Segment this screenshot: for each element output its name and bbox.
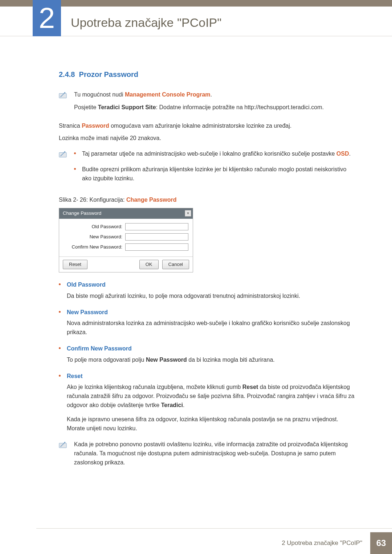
content: 2.4.8 Prozor Password Tu mogućnost nudi … — [0, 36, 392, 467]
svg-point-1 — [64, 92, 66, 94]
chapter-title: Upotreba značajke "PCoIP" — [71, 16, 221, 30]
note-icon — [59, 441, 67, 449]
ok-button[interactable]: OK — [139, 260, 159, 269]
body-1: Stranica Password omogućava vam ažuriran… — [59, 122, 356, 131]
footer-divider — [36, 528, 392, 529]
dialog-titlebar: Change Password × — [59, 208, 193, 218]
figure-caption: Slika 2- 26: Konfiguracija: Change Passw… — [59, 196, 356, 205]
section-number: 2.4.8 — [59, 70, 75, 78]
section-title: Prozor Password — [79, 70, 138, 78]
note-icon — [59, 91, 67, 99]
cancel-button[interactable]: Cancel — [162, 260, 189, 269]
final-note-text: Kada je potrebno ponovno postaviti ovlaš… — [74, 440, 356, 467]
dialog-title: Change Password — [63, 210, 101, 217]
svg-rect-2 — [59, 153, 66, 157]
label-confirm-password: Confirm New Password: — [64, 243, 125, 251]
note-final: Kada je potrebno ponovno postaviti ovlaš… — [59, 440, 356, 467]
change-password-dialog: Change Password × Old Password: New Pass… — [59, 208, 193, 272]
old-password-input[interactable] — [125, 223, 188, 230]
page-header: 2 Upotreba značajke "PCoIP" — [0, 7, 392, 36]
note-line2: Posjetite Teradici Support Site: Dodatne… — [74, 103, 356, 112]
note-icon — [59, 150, 67, 158]
label-old-password: Old Password: — [64, 223, 125, 230]
note-warning: Taj parametar utječe na administracijsko… — [59, 149, 356, 189]
field-reset: Reset Ako je lozinka klijentskog računal… — [59, 372, 356, 433]
label-new-password: New Password: — [64, 233, 125, 241]
footer-label: 2 Upotreba značajke "PCoIP" — [274, 532, 370, 554]
section-heading: 2.4.8 Prozor Password — [59, 69, 356, 80]
new-password-input[interactable] — [125, 233, 188, 241]
body-2: Lozinka može imati najviše 20 znakova. — [59, 134, 356, 143]
chapter-badge: 2 — [33, 0, 61, 36]
svg-rect-4 — [59, 443, 66, 448]
field-old: Old Password Da biste mogli ažurirati lo… — [59, 280, 356, 301]
field-confirm: Confirm New Password To polje mora odgov… — [59, 344, 356, 365]
footer: 2 Upotreba značajke "PCoIP" 63 — [274, 532, 392, 554]
field-new: New Password Nova administratorska lozin… — [59, 308, 356, 337]
svg-point-5 — [64, 442, 66, 443]
chapter-number: 2 — [39, 4, 55, 33]
warn-bullet-2: Budite oprezni prilikom ažuriranja klije… — [74, 165, 356, 183]
page-number: 63 — [370, 532, 392, 554]
reset-button[interactable]: Reset — [63, 260, 87, 269]
confirm-password-input[interactable] — [125, 243, 188, 251]
svg-point-3 — [64, 151, 66, 153]
svg-rect-0 — [59, 93, 66, 98]
warn-bullet-1: Taj parametar utječe na administracijsko… — [74, 149, 356, 159]
note-intro: Tu mogućnost nudi Management Console Pro… — [59, 90, 356, 116]
note-line1: Tu mogućnost nudi Management Console Pro… — [74, 90, 356, 99]
close-icon[interactable]: × — [185, 210, 191, 217]
